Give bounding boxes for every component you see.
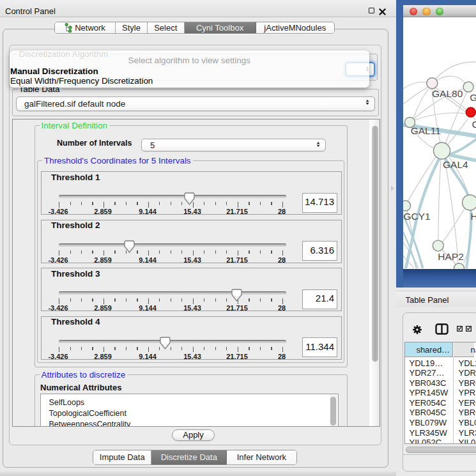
svg-text:H: H [470,211,476,222]
svg-text:HAP2: HAP2 [438,251,464,262]
svg-text:GAL11: GAL11 [410,125,440,136]
svg-text:GAL80: GAL80 [432,88,463,99]
svg-text:GCY1: GCY1 [403,211,430,222]
svg-text:G.: G. [470,92,476,103]
svg-text:C: C [472,119,476,130]
svg-text:GAL4: GAL4 [443,159,468,170]
